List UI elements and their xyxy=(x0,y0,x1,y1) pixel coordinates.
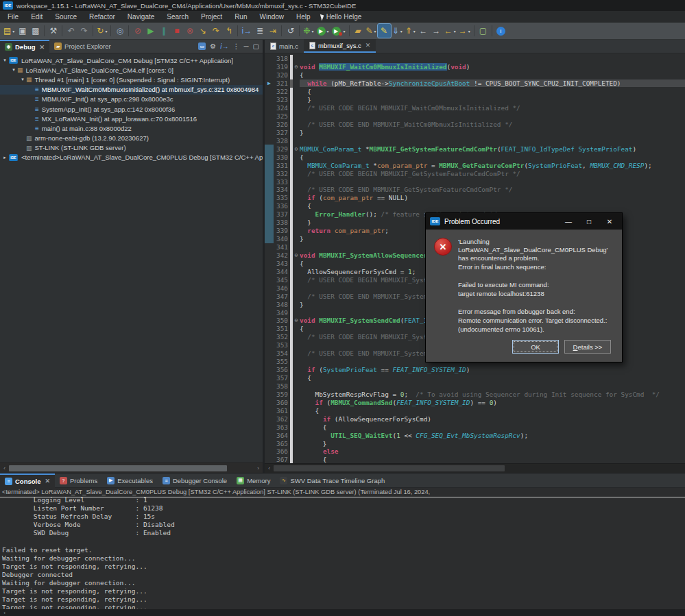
expander-icon[interactable]: ▾ xyxy=(10,67,17,73)
dialog-titlebar[interactable]: IDE Problem Occurred — □ ✕ xyxy=(426,213,622,230)
tab-debugger-console[interactable]: ≡Debugger Console xyxy=(158,473,232,488)
show-execution-button[interactable]: ≣ xyxy=(253,24,266,38)
info-button[interactable]: i xyxy=(494,24,507,38)
expander-icon[interactable]: ▾ xyxy=(1,58,8,63)
code-line[interactable]: 328 xyxy=(265,136,685,145)
code-line[interactable]: 331 MBMUX_ComParam_t *com_param_ptr = MB… xyxy=(265,161,685,169)
suspend-button[interactable]: ∥ xyxy=(157,24,170,38)
save-all-button[interactable]: ▩ xyxy=(29,24,42,38)
search-button[interactable]: ◎ xyxy=(113,24,126,38)
dropdown-arrow-icon[interactable]: ▾ xyxy=(400,29,402,34)
code-line[interactable]: 366 else xyxy=(265,447,685,456)
menu-item-navigate[interactable]: Navigate xyxy=(121,12,160,21)
dropdown-arrow-icon[interactable]: ▾ xyxy=(105,29,107,34)
code-line[interactable]: 334 /* USER CODE END MBMUXIF_GetSystemFe… xyxy=(265,186,685,194)
code-line[interactable]: ▶321 while (pMb_RefTable->SynchronizeCpu… xyxy=(265,79,685,88)
instruction-step-icon[interactable]: i→ xyxy=(220,42,228,50)
menu-item-file[interactable]: File xyxy=(1,12,25,21)
code-line[interactable]: 332 /* USER CODE BEGIN MBMUXIF_GetSystem… xyxy=(265,169,685,177)
code-line[interactable]: 319⊖void MBMUXIF_WaitCm0MbmuxIsInitializ… xyxy=(265,63,685,71)
code-line[interactable]: 365 } xyxy=(265,439,685,447)
dropdown-arrow-icon[interactable]: ▾ xyxy=(413,29,416,34)
save-button[interactable]: ▣ xyxy=(16,24,29,38)
menu-item-search[interactable]: Search xyxy=(160,12,195,21)
profile-button[interactable]: ▶▾ xyxy=(331,24,347,38)
terminate-button[interactable]: ■ xyxy=(170,24,183,38)
tab-main-c[interactable]: c main.c xyxy=(265,39,304,53)
new-window-button[interactable]: ▢ xyxy=(477,24,490,38)
minimize-icon[interactable]: — xyxy=(560,218,577,225)
close-icon[interactable]: ✕ xyxy=(365,42,371,49)
dropdown-arrow-icon[interactable]: ▾ xyxy=(12,29,14,34)
debug-tree-row[interactable]: ▾▦LoRaWAN_AT_Slave_DualCore_CM4.elf [cor… xyxy=(0,65,263,75)
code-line[interactable]: 323 } xyxy=(265,96,685,104)
dropdown-arrow-icon[interactable]: ▾ xyxy=(327,29,329,34)
redo-button[interactable]: ↷ xyxy=(77,24,91,38)
code-line[interactable]: 320{ xyxy=(265,71,685,79)
tab-problems[interactable]: ?Problems xyxy=(55,473,102,488)
code-line[interactable]: 361 { xyxy=(265,406,685,415)
code-line[interactable]: 335 if (com_param_ptr == NULL) xyxy=(265,194,685,202)
editor-hscrollbar[interactable]: ‹ xyxy=(265,463,685,473)
menu-item-run[interactable]: Run xyxy=(228,12,253,21)
code-line[interactable]: 327} xyxy=(265,128,685,136)
code-line[interactable]: 330{ xyxy=(265,153,685,161)
dropdown-arrow-icon[interactable]: ▾ xyxy=(312,29,314,34)
debug-tree-row[interactable]: ≡MX_LoRaWAN_Init() at app_lorawan.c:70 0… xyxy=(0,114,263,123)
code-line[interactable]: 318 xyxy=(265,55,685,63)
scrollbar-thumb[interactable] xyxy=(9,465,227,471)
flash-download-button[interactable]: ⇓▾ xyxy=(391,24,404,38)
debug-tree-row[interactable]: ▾IDELoRaWAN_AT_Slave_DualCore_CM4 Debug … xyxy=(0,56,263,65)
code-line[interactable]: 356 if (SystemPrioFeat == FEAT_INFO_SYST… xyxy=(265,366,685,374)
refresh-button[interactable]: ↻▾ xyxy=(95,24,108,38)
code-line[interactable]: 322 { xyxy=(265,88,685,96)
code-line[interactable]: 367 { xyxy=(265,456,685,463)
build-button[interactable]: ⚒ xyxy=(47,24,60,38)
debug-tree-row[interactable]: ▸IDE<terminated>LoRaWAN_AT_Slave_DualCor… xyxy=(0,153,263,162)
undo-button[interactable]: ↶ xyxy=(64,24,77,38)
tab-memory[interactable]: ▦Memory xyxy=(232,473,275,488)
tab-console[interactable]: ≡Console✕ xyxy=(0,473,55,488)
fold-collapse-icon[interactable]: ⊖ xyxy=(293,146,300,152)
code-line[interactable]: 363 { xyxy=(265,423,685,431)
build-upload-button[interactable]: ⇑▾ xyxy=(404,24,417,38)
resume-button[interactable]: ▶ xyxy=(144,24,157,38)
dropdown-arrow-icon[interactable]: ▾ xyxy=(454,29,456,34)
details-button[interactable]: Details >> xyxy=(564,340,611,354)
code-line[interactable]: 333 xyxy=(265,177,685,186)
code-line[interactable]: 359 MbSystemRespRcvFlag = 0; /* To avoid… xyxy=(265,390,685,398)
menu-item-edit[interactable]: Edit xyxy=(25,12,49,21)
move-to-line-button[interactable]: ⇥ xyxy=(266,24,279,38)
view-wrench-icon[interactable]: ⚙ xyxy=(210,42,216,50)
menu-item-refactor[interactable]: Refactor xyxy=(83,12,121,21)
debug-tree-row[interactable]: ▥arm-none-eabi-gdb (13.2.90.20230627) xyxy=(0,134,263,143)
fold-collapse-icon[interactable]: ⊖ xyxy=(293,64,300,70)
disconnect-button[interactable]: ⊗ xyxy=(183,24,196,38)
ok-button[interactable]: OK xyxy=(512,340,559,354)
debug-button[interactable]: ❉▾ xyxy=(302,24,315,38)
skip-all-breakpoints-button[interactable]: ⊘ xyxy=(131,24,144,38)
fold-collapse-icon[interactable]: ⊖ xyxy=(293,317,300,323)
dropdown-arrow-icon[interactable]: ▾ xyxy=(374,29,376,34)
close-icon[interactable]: ✕ xyxy=(40,44,45,51)
step-over-button[interactable]: ↷ xyxy=(209,24,222,38)
menu-item-help[interactable]: Help xyxy=(290,12,317,21)
maximize-icon[interactable]: □ xyxy=(581,218,597,225)
dropdown-arrow-icon[interactable]: ▾ xyxy=(468,29,470,34)
code-line[interactable]: 326 /* USER CODE END MBMUXIF_WaitCm0Mbmu… xyxy=(265,121,685,129)
instruction-stepping-button[interactable]: i→ xyxy=(240,24,253,38)
format-pencil-button[interactable]: ✎▾ xyxy=(365,24,378,38)
open-element-button[interactable]: ▰ xyxy=(352,24,365,38)
step-return-button[interactable]: ↰ xyxy=(222,24,235,38)
code-line[interactable]: 357 { xyxy=(265,374,685,382)
debug-tree-row[interactable]: ≡main() at main.c:88 0x8000d22 xyxy=(0,123,263,133)
code-line[interactable]: 325 xyxy=(265,112,685,121)
back-nav-button[interactable]: ← xyxy=(417,24,430,38)
expander-icon[interactable]: ▾ xyxy=(19,77,26,82)
code-line[interactable]: 336 { xyxy=(265,202,685,210)
run-button[interactable]: ▶▾ xyxy=(315,24,331,38)
debug-tree-row[interactable]: ≡MBMUXIF_Init() at sys_app.c:298 0x8000e… xyxy=(0,95,263,104)
new-wizard-button[interactable]: ▤▾ xyxy=(2,24,16,38)
code-line[interactable]: 364 UTIL_SEQ_WaitEvt(1 << CFG_SEQ_Evt_Mb… xyxy=(265,431,685,439)
code-line[interactable]: 324 /* USER CODE BEGIN MBMUXIF_WaitCm0Mb… xyxy=(265,104,685,112)
